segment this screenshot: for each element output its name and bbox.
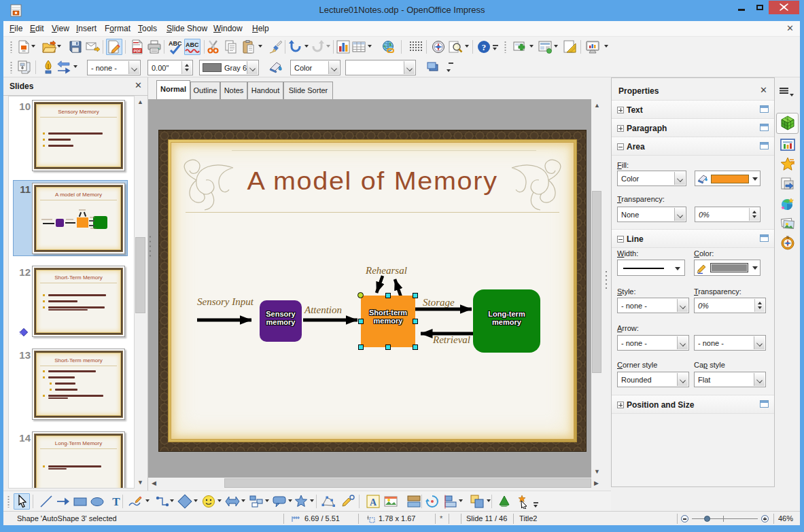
svg-text:ABC: ABC [186,41,199,48]
svg-text:ABC: ABC [169,40,182,47]
svg-text:T: T [112,495,120,508]
svg-text:N: N [786,236,789,239]
svg-text:?: ? [482,42,487,52]
svg-text:A: A [370,497,377,508]
svg-text:PDF: PDF [134,49,142,53]
